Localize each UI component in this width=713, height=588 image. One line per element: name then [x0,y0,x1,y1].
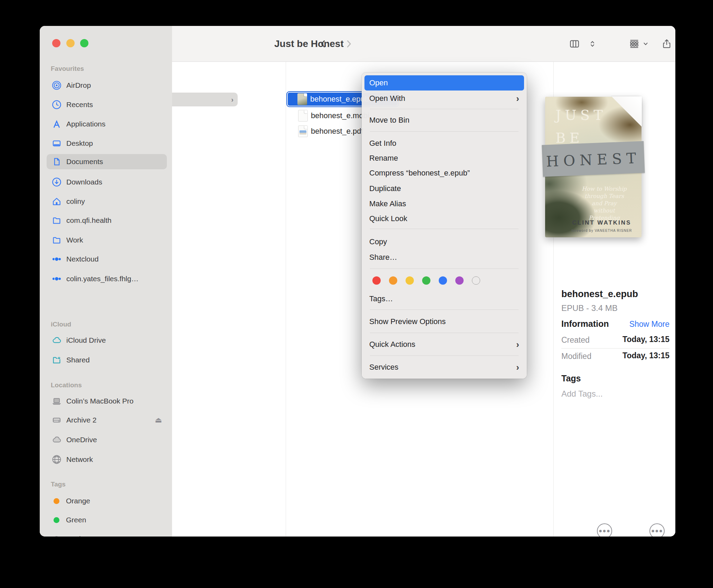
created-label: Created [561,335,590,345]
menu-item-move-to-bin[interactable]: Move to Bin [364,113,524,127]
group-button[interactable] [627,37,641,51]
sidebar-item-comqfihealth[interactable]: com.qfi.health [47,213,167,228]
menu-item-make-alias[interactable]: Make Alias [364,197,524,211]
context-menu: Open Open With› Move to Bin Get Info Ren… [362,73,527,379]
sidebar-item-work-folder[interactable]: Work [47,233,167,248]
menu-item-quick-look[interactable]: Quick Look [364,212,524,226]
sidebar-item-documents[interactable]: Documents [47,154,167,169]
information-header: Information [561,319,609,329]
sidebar-item-desktop[interactable]: Desktop [47,136,167,151]
sidebar-section-tags: Tags [51,481,66,488]
tag-color-orange[interactable] [389,276,397,285]
shared-folder-icon [51,355,62,365]
info-divider [561,348,669,349]
forward-button[interactable] [342,37,355,51]
sidebar-item-onedrive[interactable]: OneDrive [47,432,167,447]
share-button[interactable] [660,37,674,51]
sidebar-item-shared[interactable]: Shared [47,352,167,368]
empty-tag-icon [54,536,59,537]
view-sort-toggle[interactable] [588,37,597,51]
sidebar-item-airdrop[interactable]: AirDrop [47,78,167,93]
eject-icon[interactable]: ⏏ [155,416,162,425]
cover-band: HONEST [542,141,645,177]
file-name: behonest_e.mobi [311,111,369,120]
sidebar: Favourites AirDrop Recents Applications … [40,26,172,537]
tag-color-red[interactable] [372,276,381,285]
column-divider[interactable] [286,62,286,537]
desktop-icon [51,138,62,149]
ellipsis-icon: ●●● [599,528,610,534]
nextcloud-icon [51,274,62,284]
tag-color-yellow[interactable] [406,276,414,285]
sidebar-item-archive2[interactable]: Archive 2 ⏏ [47,412,167,428]
ellipsis-icon: ●●● [651,528,663,534]
tag-color-green[interactable] [422,276,430,285]
menu-item-share[interactable]: Share… [364,250,524,264]
menu-separator [370,310,519,310]
menu-item-quick-actions[interactable]: Quick Actions› [364,338,524,351]
tag-color-none[interactable] [472,276,480,285]
cover-author: CLINT WATKINS [565,219,638,226]
menu-item-duplicate[interactable]: Duplicate [364,182,524,196]
show-more-link[interactable]: Show More [629,320,669,329]
menu-item-copy[interactable]: Copy [364,235,524,249]
cloud-icon [51,335,62,345]
submenu-chevron-icon: › [516,340,519,349]
folder-icon [51,215,62,226]
menu-item-show-preview-options[interactable]: Show Preview Options [364,315,524,329]
group-view-icon [629,38,640,49]
sidebar-section-favourites: Favourites [51,65,84,73]
cover-subtitle: How to Worship through Tears and Pray wi… [573,185,635,221]
orange-tag-icon [54,498,59,504]
sidebar-item-macbook-pro[interactable]: Colin’s MacBook Pro [47,393,167,409]
zoom-button[interactable] [80,39,88,47]
sidebar-item-network[interactable]: Network [47,452,167,467]
menu-item-open[interactable]: Open [364,75,524,91]
minimize-button[interactable] [66,39,75,47]
tags-header: Tags [561,373,581,383]
created-value: Today, 13:15 [622,335,669,344]
view-columns-button[interactable] [568,37,581,51]
desktop: Favourites AirDrop Recents Applications … [0,0,713,588]
epub-file-icon [297,93,307,105]
sidebar-item-downloads[interactable]: Downloads [47,174,167,190]
send-to-kindle-button[interactable]: ●●● [597,523,612,537]
more-button[interactable]: ●●● [649,523,665,537]
menu-separator [370,109,519,109]
sidebar-item-tag-green[interactable]: Green [47,512,167,528]
sidebar-item-colin-yates-files[interactable]: colin.yates_files.fhlg… [47,271,167,286]
tag-color-purple[interactable] [455,276,464,285]
nextcloud-icon [51,254,62,264]
home-icon [51,196,62,207]
chevron-right-icon [343,39,354,49]
onedrive-cloud-icon [51,435,62,445]
menu-separator [370,355,519,356]
menu-item-compress[interactable]: Compress “behonest_e.epub” [364,166,524,180]
parent-folder-selection[interactable]: › [172,93,238,106]
chevron-right-icon: › [231,96,234,104]
sidebar-item-home[interactable]: coliny [47,194,167,209]
menu-separator [370,333,519,333]
sidebar-section-locations: Locations [51,381,82,389]
sidebar-item-nextcloud[interactable]: Nextcloud [47,252,167,267]
sidebar-item-recents[interactable]: Recents [47,97,167,112]
chevron-down-icon [642,40,649,47]
menu-item-rename[interactable]: Rename [364,151,524,165]
cover-title-line3: HONEST [542,149,645,170]
laptop-icon [51,396,62,406]
sidebar-item-icloud-drive[interactable]: iCloud Drive [47,333,167,348]
file-name: behonest_e.epub [310,95,369,104]
menu-item-tags[interactable]: Tags… [364,292,524,306]
cover-title-line1: JUST [555,107,607,123]
group-chevron[interactable] [641,37,650,51]
close-button[interactable] [52,39,60,47]
sidebar-item-applications[interactable]: Applications [47,116,167,132]
add-tags-field[interactable]: Add Tags... [561,389,603,399]
menu-item-open-with[interactable]: Open With› [364,92,524,105]
tag-color-blue[interactable] [439,276,447,285]
menu-item-services[interactable]: Services› [364,360,524,374]
menu-item-get-info[interactable]: Get Info [364,136,524,150]
modified-label: Modified [561,352,591,361]
sidebar-item-tag-work[interactable]: Work [47,531,167,537]
sidebar-item-tag-orange[interactable]: Orange [47,493,167,509]
